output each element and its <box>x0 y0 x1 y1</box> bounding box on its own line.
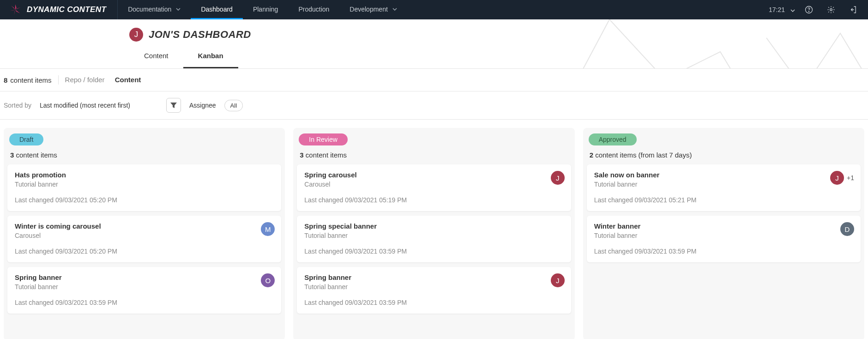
svg-marker-2 <box>15 10 20 13</box>
nav-item-label: Production <box>298 6 329 13</box>
card-type: Tutorial banner <box>594 181 853 188</box>
column-count: 3 content items <box>297 151 571 164</box>
card-assignees: M <box>261 222 275 236</box>
card-last-changed: Last changed 09/03/2021 03:59 PM <box>304 248 563 255</box>
logout-icon <box>849 6 857 14</box>
nav-item-label: Planning <box>253 6 278 13</box>
card-last-changed: Last changed 09/03/2021 03:59 PM <box>15 299 274 306</box>
card-title: Spring banner <box>15 273 274 281</box>
kanban-column-draft: Draft3 content itemsHats promotionTutori… <box>4 128 285 339</box>
divider <box>58 75 59 85</box>
avatar[interactable]: D <box>840 222 854 236</box>
kanban-board: Draft3 content itemsHats promotionTutori… <box>0 120 868 339</box>
kanban-column-in-review: In Review3 content itemsSpring carouselC… <box>293 128 574 339</box>
chevron-down-icon[interactable] <box>790 6 795 13</box>
column-count-number: 3 <box>300 151 303 159</box>
total-count-label: content items <box>10 76 51 84</box>
sorted-by-label: Sorted by <box>4 102 31 109</box>
total-count: 8 content items <box>4 76 52 84</box>
card-type: Tutorial banner <box>15 283 274 291</box>
nav-item-label: Dashboard <box>201 6 233 13</box>
sorted-by-value[interactable]: Last modified (most recent first) <box>40 102 130 109</box>
card-last-changed: Last changed 09/03/2021 05:21 PM <box>594 196 853 204</box>
total-count-number: 8 <box>4 76 7 84</box>
assignee-all-chip[interactable]: All <box>224 100 243 111</box>
svg-marker-9 <box>170 103 177 108</box>
kanban-card[interactable]: Winter is coming carouselCarouselLast ch… <box>7 216 281 262</box>
column-count-label: content items <box>306 151 347 159</box>
avatar[interactable]: O <box>261 273 275 287</box>
svg-point-7 <box>808 11 809 12</box>
nav-item-production[interactable]: Production <box>288 0 339 19</box>
kanban-card[interactable]: Spring carouselCarouselLast changed 09/0… <box>297 164 571 211</box>
breadcrumb: Repo / folder Content <box>65 76 141 84</box>
help-icon <box>805 6 813 14</box>
card-last-changed: Last changed 09/03/2021 05:20 PM <box>15 196 274 204</box>
card-type: Tutorial banner <box>304 283 563 291</box>
card-type: Tutorial banner <box>15 181 274 188</box>
user-avatar[interactable]: J <box>129 28 143 42</box>
svg-marker-5 <box>11 6 15 10</box>
avatar[interactable]: J <box>830 171 844 185</box>
avatar-overflow-count[interactable]: +1 <box>847 174 854 182</box>
tab-kanban[interactable]: Kanban <box>183 48 238 68</box>
kanban-card[interactable]: Spring bannerTutorial bannerLast changed… <box>7 267 281 314</box>
kanban-card[interactable]: Winter bannerTutorial bannerLast changed… <box>587 216 861 262</box>
breadcrumb-root[interactable]: Repo / folder <box>65 76 105 84</box>
filter-area: 8 content items Repo / folder Content So… <box>0 69 868 120</box>
page-title: JON'S DASHBOARD <box>149 29 251 41</box>
column-count-extra: (from last 7 days) <box>639 151 692 159</box>
column-count: 2 content items (from last 7 days) <box>587 151 861 164</box>
logout-button[interactable] <box>845 0 862 19</box>
avatar[interactable]: J <box>551 171 565 185</box>
kanban-column-approved: Approved2 content items (from last 7 day… <box>583 128 864 339</box>
card-last-changed: Last changed 09/03/2021 05:20 PM <box>15 248 274 255</box>
card-title: Sale now on banner <box>594 171 853 179</box>
card-title: Winter is coming carousel <box>15 222 274 230</box>
card-last-changed: Last changed 09/03/2021 03:59 PM <box>594 248 853 255</box>
kanban-card[interactable]: Hats promotionTutorial bannerLast change… <box>7 164 281 211</box>
column-count-label: content items <box>595 151 636 159</box>
nav-item-development[interactable]: Development <box>339 0 407 19</box>
nav-item-dashboard[interactable]: Dashboard <box>191 0 243 19</box>
help-button[interactable] <box>801 0 817 19</box>
card-title: Spring banner <box>304 273 563 281</box>
tab-content[interactable]: Content <box>129 48 183 68</box>
chevron-down-icon <box>176 8 181 11</box>
gear-icon <box>827 6 835 14</box>
nav-item-label: Documentation <box>128 6 171 13</box>
svg-marker-4 <box>10 10 15 11</box>
main-nav: DocumentationDashboardPlanningProduction… <box>118 0 407 19</box>
avatar[interactable]: M <box>261 222 275 236</box>
topbar: DYNAMIC CONTENT DocumentationDashboardPl… <box>0 0 868 19</box>
kanban-card[interactable]: Spring special bannerTutorial bannerLast… <box>297 216 571 262</box>
card-title: Winter banner <box>594 222 853 230</box>
chevron-down-icon <box>392 8 397 11</box>
svg-marker-3 <box>14 10 15 15</box>
column-status-badge: Draft <box>9 133 43 145</box>
brand-name: DYNAMIC CONTENT <box>27 5 106 14</box>
column-count-label: content items <box>16 151 57 159</box>
card-title: Spring carousel <box>304 171 563 179</box>
card-assignees: J+1 <box>830 171 854 185</box>
settings-button[interactable] <box>823 0 839 19</box>
card-type: Tutorial banner <box>594 232 853 239</box>
card-title: Spring special banner <box>304 222 563 230</box>
brand[interactable]: DYNAMIC CONTENT <box>0 0 118 19</box>
nav-item-documentation[interactable]: Documentation <box>118 0 191 19</box>
column-count-number: 3 <box>10 151 14 159</box>
column-status-badge: In Review <box>299 133 347 145</box>
card-assignees: J <box>551 273 565 287</box>
avatar[interactable]: J <box>551 273 565 287</box>
column-count-number: 2 <box>590 151 593 159</box>
card-type: Carousel <box>15 232 274 239</box>
header-bg-art <box>545 19 868 69</box>
clock: 17:21 <box>769 6 785 13</box>
filter-button[interactable] <box>166 98 181 113</box>
kanban-card[interactable]: Spring bannerTutorial bannerLast changed… <box>297 267 571 314</box>
card-title: Hats promotion <box>15 171 274 179</box>
nav-item-planning[interactable]: Planning <box>243 0 289 19</box>
breadcrumb-current: Content <box>115 76 141 84</box>
kanban-card[interactable]: Sale now on bannerTutorial bannerLast ch… <box>587 164 861 211</box>
brand-logo-icon <box>9 4 21 16</box>
